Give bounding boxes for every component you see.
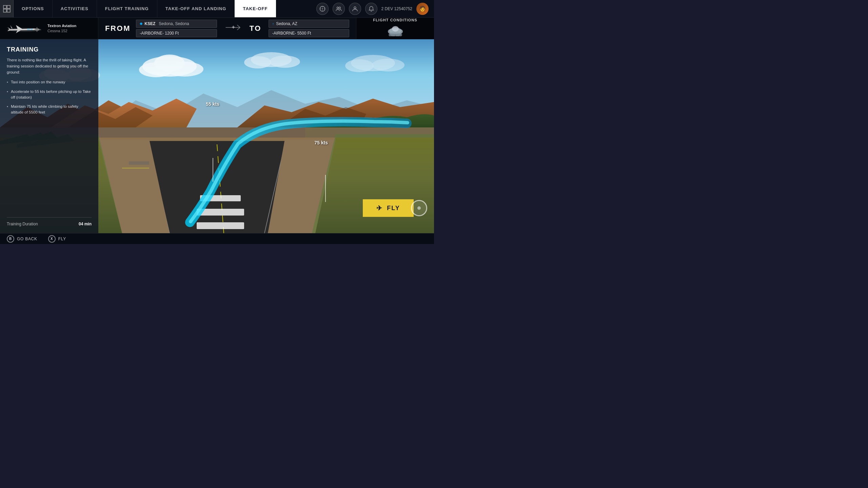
svg-point-34 [372,59,405,72]
bottom-actions: B GO BACK X FLY [7,235,66,243]
svg-point-6 [337,7,338,8]
svg-point-27 [244,56,271,68]
to-location-text: Sedona, AZ [276,21,297,26]
training-title: TRAINING [7,46,92,53]
svg-point-8 [354,7,356,9]
tab-activities[interactable]: ACTIVITIES [53,0,97,17]
diamond-icon: ◆ [140,21,142,26]
training-bullet-1: Taxi into position on the runway [7,79,92,85]
tab-flight-training[interactable]: FLIGHT TRAINING [97,0,157,17]
fly-action[interactable]: X FLY [48,235,66,243]
training-bullets-list: Taxi into position on the runway Acceler… [7,79,92,213]
svg-point-17 [392,26,399,32]
header-bar: Textron Aviation Cessna 152 FROM ◆ KSEZ … [0,18,434,39]
svg-point-28 [270,56,300,68]
fly-button-label: FLY [387,205,400,212]
svg-rect-3 [7,9,10,12]
training-bullet-3: Maintain 75 kts while climbing to safety… [7,104,92,116]
fly-action-label: FLY [58,237,66,241]
from-altitude-field: -AIRBORNE- 1200 Ft [136,29,217,37]
training-duration-label: Training Duration [7,222,38,226]
go-back-label: GO BACK [17,237,37,241]
go-back-action[interactable]: B GO BACK [7,235,37,243]
to-altitude-field: -AIRBORNE- 5500 Ft [269,29,349,37]
bottom-bar: B GO BACK X FLY [0,233,434,244]
svg-point-7 [339,7,340,8]
fly-button-container: ✈ FLY [363,199,427,217]
from-airport-code: KSEZ [144,21,155,26]
user-avatar[interactable]: 🧑 [416,3,429,15]
top-navigation: OPTIONS ACTIVITIES FLIGHT TRAINING TAKE-… [0,0,434,18]
svg-rect-13 [31,28,33,30]
tab-takeoff-landing[interactable]: TAKE-OFF AND LANDING [157,0,235,17]
to-fields: ↑ Sedona, AZ -AIRBORNE- 5500 Ft [269,20,349,37]
user-info-text: 2 DEV 12540752 [381,6,412,11]
aircraft-name-text: Textron Aviation Cessna 152 [47,23,76,33]
speed-marker-55: 55 kts [206,101,219,107]
fly-plane-icon: ✈ [376,204,383,212]
route-bar: FROM ◆ KSEZ Sedona, Sedona -AIRBORNE- 12… [98,18,356,39]
go-back-button-circle: B [7,235,14,243]
aircraft-info: Textron Aviation Cessna 152 [0,18,98,39]
svg-point-25 [154,55,185,72]
fly-button-circle-indicator [411,200,427,216]
from-airport-field[interactable]: ◆ KSEZ Sedona, Sedona [136,20,217,28]
from-label: FROM [105,24,131,33]
tab-options[interactable]: OPTIONS [14,0,53,17]
compass-icon-btn[interactable] [316,3,329,15]
speed-marker-75: 75 kts [314,140,328,145]
flight-conditions-title: FLIGHT CONDITIONS [373,18,417,22]
to-location-field[interactable]: ↑ Sedona, AZ [269,20,349,28]
svg-rect-2 [3,9,6,12]
aircraft-image [4,20,45,37]
from-airport-name: Sedona, Sedona [159,21,189,26]
training-duration-value: 04 min [79,222,92,226]
person-icon-btn[interactable] [349,3,361,15]
training-panel: TRAINING There is nothing like the thril… [0,39,98,233]
flight-conditions-panel: FLIGHT CONDITIONS [356,18,434,39]
fly-button[interactable]: ✈ FLY [363,199,414,217]
svg-rect-12 [27,28,30,30]
nav-right: 2 DEV 12540752 🧑 [311,0,434,17]
weather-icon [386,24,405,39]
training-duration: Training Duration 04 min [7,217,92,226]
main-content: 55 kts 75 kts TRAINING There is nothing … [0,39,434,233]
training-description: There is nothing like the thrill of taki… [7,57,92,75]
svg-rect-37 [197,222,244,229]
from-fields: ◆ KSEZ Sedona, Sedona -AIRBORNE- 1200 Ft [136,20,217,37]
to-label: TO [250,24,263,33]
group-icon-btn[interactable] [333,3,345,15]
bell-icon-btn[interactable] [365,3,377,15]
nav-logo [0,0,14,17]
svg-point-33 [345,59,374,72]
svg-rect-1 [7,5,10,8]
route-arrow-icon [222,23,244,34]
arrow-up-icon: ↑ [272,22,274,26]
nav-tabs: OPTIONS ACTIVITIES FLIGHT TRAINING TAKE-… [14,0,311,17]
svg-point-5 [322,8,323,9]
tab-takeoff[interactable]: TAKE-OFF [235,0,276,17]
training-bullet-2: Accelerate to 55 kts before pitching up … [7,89,92,101]
svg-rect-0 [3,5,6,8]
fly-action-circle: X [48,235,56,243]
